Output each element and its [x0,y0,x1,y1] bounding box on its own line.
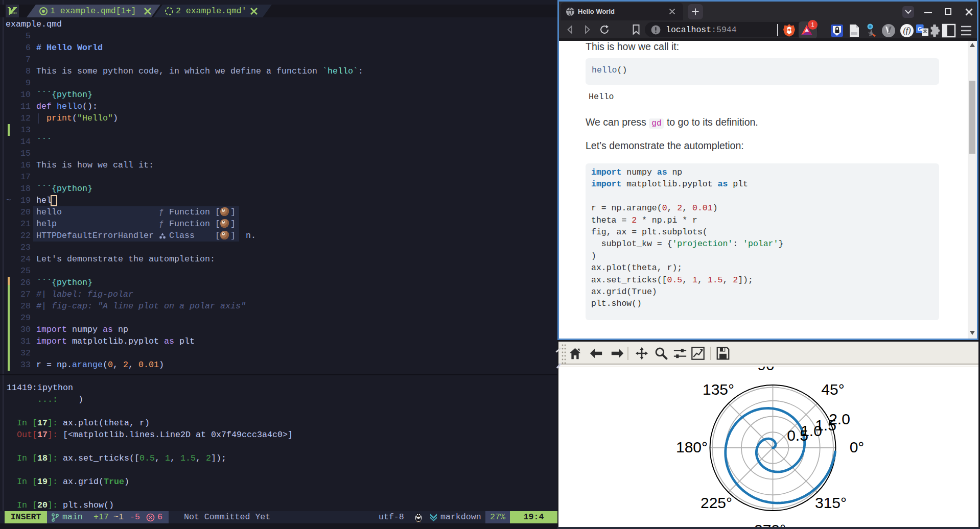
svg-text:0°: 0° [850,439,865,455]
svg-text:225°: 225° [701,494,732,511]
svg-text:2.0: 2.0 [829,411,850,427]
svg-text:(f): (f) [903,26,911,35]
svg-text:90°: 90° [757,367,780,373]
svg-text:45°: 45° [821,381,844,398]
svg-text:G: G [918,26,922,32]
svg-text:315°: 315° [815,494,847,511]
svg-text:180°: 180° [676,439,708,455]
svg-text:135°: 135° [703,381,734,398]
